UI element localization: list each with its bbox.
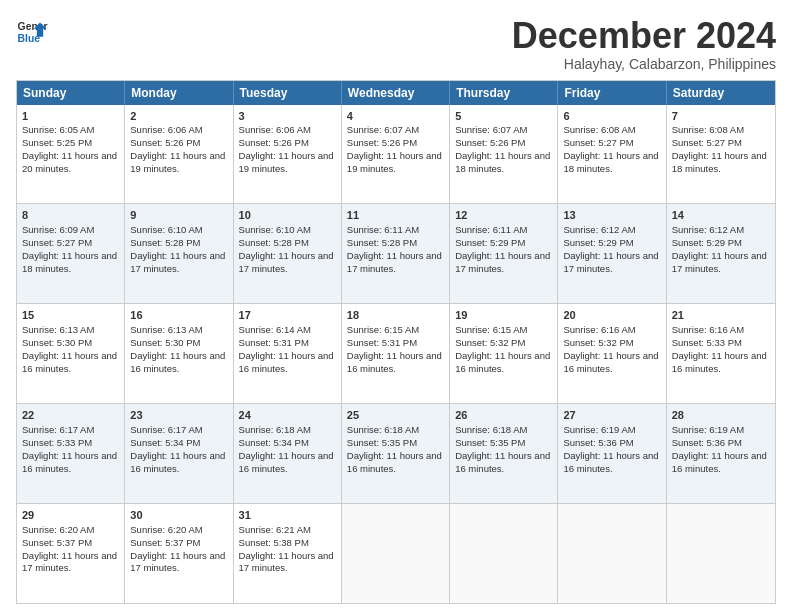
- cell-dec16: 16 Sunrise: 6:13 AM Sunset: 5:30 PM Dayl…: [125, 304, 233, 403]
- cell-dec13: 13 Sunrise: 6:12 AM Sunset: 5:29 PM Dayl…: [558, 204, 666, 303]
- cell-dec22: 22 Sunrise: 6:17 AM Sunset: 5:33 PM Dayl…: [17, 404, 125, 503]
- week-row-2: 8 Sunrise: 6:09 AM Sunset: 5:27 PM Dayli…: [17, 203, 775, 303]
- calendar: Sunday Monday Tuesday Wednesday Thursday…: [16, 80, 776, 604]
- cell-dec10: 10 Sunrise: 6:10 AM Sunset: 5:28 PM Dayl…: [234, 204, 342, 303]
- page: General Blue December 2024 Halayhay, Cal…: [0, 0, 792, 612]
- cell-dec26: 26 Sunrise: 6:18 AM Sunset: 5:35 PM Dayl…: [450, 404, 558, 503]
- cell-dec2: 2 Sunrise: 6:06 AM Sunset: 5:26 PM Dayli…: [125, 105, 233, 204]
- cell-dec15: 15 Sunrise: 6:13 AM Sunset: 5:30 PM Dayl…: [17, 304, 125, 403]
- week-row-3: 15 Sunrise: 6:13 AM Sunset: 5:30 PM Dayl…: [17, 303, 775, 403]
- cell-dec4: 4 Sunrise: 6:07 AM Sunset: 5:26 PM Dayli…: [342, 105, 450, 204]
- cell-dec14: 14 Sunrise: 6:12 AM Sunset: 5:29 PM Dayl…: [667, 204, 775, 303]
- cell-empty-3: [558, 504, 666, 603]
- cell-dec25: 25 Sunrise: 6:18 AM Sunset: 5:35 PM Dayl…: [342, 404, 450, 503]
- calendar-body: 1 Sunrise: 6:05 AM Sunset: 5:25 PM Dayli…: [17, 105, 775, 603]
- cell-dec29: 29 Sunrise: 6:20 AM Sunset: 5:37 PM Dayl…: [17, 504, 125, 603]
- cell-dec28: 28 Sunrise: 6:19 AM Sunset: 5:36 PM Dayl…: [667, 404, 775, 503]
- cell-dec9: 9 Sunrise: 6:10 AM Sunset: 5:28 PM Dayli…: [125, 204, 233, 303]
- cell-dec23: 23 Sunrise: 6:17 AM Sunset: 5:34 PM Dayl…: [125, 404, 233, 503]
- cell-dec7: 7 Sunrise: 6:08 AM Sunset: 5:27 PM Dayli…: [667, 105, 775, 204]
- header-friday: Friday: [558, 81, 666, 105]
- cell-dec21: 21 Sunrise: 6:16 AM Sunset: 5:33 PM Dayl…: [667, 304, 775, 403]
- cell-dec6: 6 Sunrise: 6:08 AM Sunset: 5:27 PM Dayli…: [558, 105, 666, 204]
- header-thursday: Thursday: [450, 81, 558, 105]
- subtitle: Halayhay, Calabarzon, Philippines: [512, 56, 776, 72]
- cell-dec5: 5 Sunrise: 6:07 AM Sunset: 5:26 PM Dayli…: [450, 105, 558, 204]
- cell-empty-2: [450, 504, 558, 603]
- cell-dec3: 3 Sunrise: 6:06 AM Sunset: 5:26 PM Dayli…: [234, 105, 342, 204]
- cell-empty-1: [342, 504, 450, 603]
- cell-dec8: 8 Sunrise: 6:09 AM Sunset: 5:27 PM Dayli…: [17, 204, 125, 303]
- cell-dec12: 12 Sunrise: 6:11 AM Sunset: 5:29 PM Dayl…: [450, 204, 558, 303]
- cell-dec11: 11 Sunrise: 6:11 AM Sunset: 5:28 PM Dayl…: [342, 204, 450, 303]
- cell-dec17: 17 Sunrise: 6:14 AM Sunset: 5:31 PM Dayl…: [234, 304, 342, 403]
- header-sunday: Sunday: [17, 81, 125, 105]
- week-row-5: 29 Sunrise: 6:20 AM Sunset: 5:37 PM Dayl…: [17, 503, 775, 603]
- logo: General Blue: [16, 16, 48, 48]
- cell-dec18: 18 Sunrise: 6:15 AM Sunset: 5:31 PM Dayl…: [342, 304, 450, 403]
- header-wednesday: Wednesday: [342, 81, 450, 105]
- title-block: December 2024 Halayhay, Calabarzon, Phil…: [512, 16, 776, 72]
- month-title: December 2024: [512, 16, 776, 56]
- week-row-1: 1 Sunrise: 6:05 AM Sunset: 5:25 PM Dayli…: [17, 105, 775, 204]
- calendar-header: Sunday Monday Tuesday Wednesday Thursday…: [17, 81, 775, 105]
- cell-dec1: 1 Sunrise: 6:05 AM Sunset: 5:25 PM Dayli…: [17, 105, 125, 204]
- logo-icon: General Blue: [16, 16, 48, 48]
- cell-dec24: 24 Sunrise: 6:18 AM Sunset: 5:34 PM Dayl…: [234, 404, 342, 503]
- cell-dec19: 19 Sunrise: 6:15 AM Sunset: 5:32 PM Dayl…: [450, 304, 558, 403]
- header-saturday: Saturday: [667, 81, 775, 105]
- cell-dec20: 20 Sunrise: 6:16 AM Sunset: 5:32 PM Dayl…: [558, 304, 666, 403]
- cell-dec27: 27 Sunrise: 6:19 AM Sunset: 5:36 PM Dayl…: [558, 404, 666, 503]
- cell-dec30: 30 Sunrise: 6:20 AM Sunset: 5:37 PM Dayl…: [125, 504, 233, 603]
- header: General Blue December 2024 Halayhay, Cal…: [16, 16, 776, 72]
- cell-dec31: 31 Sunrise: 6:21 AM Sunset: 5:38 PM Dayl…: [234, 504, 342, 603]
- header-monday: Monday: [125, 81, 233, 105]
- cell-empty-4: [667, 504, 775, 603]
- week-row-4: 22 Sunrise: 6:17 AM Sunset: 5:33 PM Dayl…: [17, 403, 775, 503]
- header-tuesday: Tuesday: [234, 81, 342, 105]
